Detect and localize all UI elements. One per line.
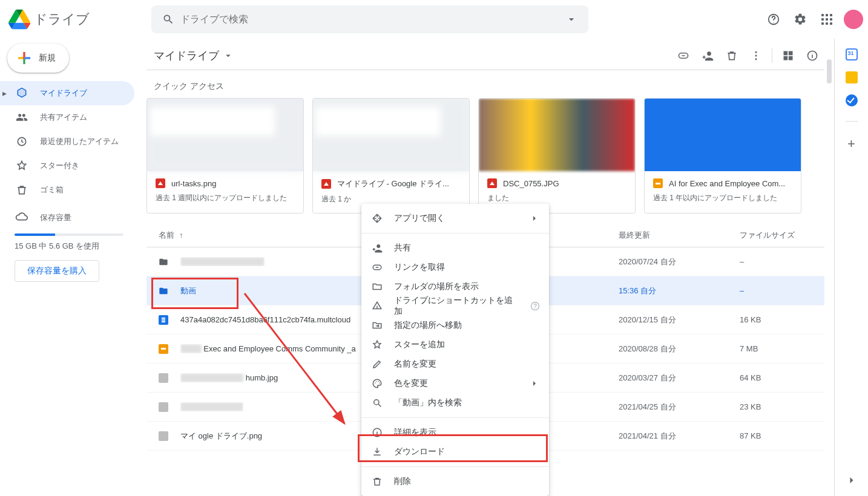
add-addon-icon[interactable]: + <box>847 136 855 152</box>
logo-area[interactable]: ドライブ <box>7 7 151 31</box>
thumbnail <box>479 99 635 171</box>
expand-icon[interactable]: ▸ <box>2 88 7 98</box>
reason-text: 過去 1 か <box>321 194 461 204</box>
info-icon <box>371 426 383 439</box>
star-icon <box>371 339 383 351</box>
svg-point-14 <box>377 431 378 431</box>
storage-bar <box>15 233 123 236</box>
ctx-share[interactable]: 共有 <box>361 238 549 258</box>
column-modified[interactable]: 最終更新 <box>619 230 740 241</box>
ctx-move-to[interactable]: 指定の場所へ移動 <box>361 316 549 335</box>
sidebar-item-label: 共有アイテム <box>40 112 87 123</box>
ctx-show-location[interactable]: フォルダの場所を表示 <box>361 277 549 296</box>
quick-access-card[interactable]: AI for Exec and Employee Com...過去 1 年以内に… <box>644 98 801 214</box>
pencil-icon <box>371 358 383 370</box>
support-icon[interactable] <box>761 7 786 31</box>
file-name: マイ ogle ドライブ.png <box>180 431 262 442</box>
settings-gear-icon[interactable] <box>788 7 812 31</box>
search-bar[interactable] <box>151 5 588 33</box>
new-button[interactable]: 新規 <box>7 44 69 73</box>
svg-point-8 <box>375 383 376 384</box>
storage-used-text: 15 GB 中 5.6 GB を使用 <box>15 241 130 252</box>
image-thumb-icon <box>159 373 168 383</box>
doc-file-icon <box>159 315 168 325</box>
svg-point-3 <box>755 51 757 53</box>
search-input[interactable] <box>180 14 559 25</box>
trash-icon <box>371 475 383 488</box>
folder-icon <box>159 257 168 267</box>
share-icon <box>371 242 383 254</box>
sidebar-item-label: ゴミ箱 <box>40 184 64 195</box>
search-icon[interactable] <box>156 7 180 31</box>
modified-cell: 2020/08/28 自分 <box>619 344 740 354</box>
size-cell: 23 KB <box>740 402 824 411</box>
trash-icon <box>15 183 29 197</box>
sidebar: 新規 ▸ マイドライブ 共有アイテム 最近使用したアイテム <box>0 39 144 496</box>
ctx-add-shortcut[interactable]: ドライブにショートカットを追加? <box>361 296 549 316</box>
file-name: url-tasks.png <box>171 179 216 188</box>
column-size[interactable]: ファイルサイズ <box>740 230 824 241</box>
sidebar-item-recent[interactable]: 最近使用したアイテム <box>0 129 134 154</box>
sidebar-item-my-drive[interactable]: ▸ マイドライブ <box>0 81 134 105</box>
open-with-icon <box>371 212 383 224</box>
share-person-icon[interactable] <box>695 44 720 68</box>
file-name: XXXX Exec and Employee Comms Community _… <box>180 344 356 353</box>
sidebar-item-trash[interactable]: ゴミ箱 <box>0 178 134 202</box>
tasks-icon[interactable] <box>846 94 858 106</box>
ctx-view-details[interactable]: 詳細を表示 <box>361 423 549 442</box>
ctx-get-link[interactable]: リンクを取得 <box>361 258 549 277</box>
separator <box>361 233 549 233</box>
modified-cell: 2021/04/21 自分 <box>619 431 740 442</box>
quick-access-card[interactable]: DSC_0755.JPGました <box>478 98 636 214</box>
delete-icon[interactable] <box>720 44 744 68</box>
quick-access-card[interactable]: マイドライブ - Google ドライ...過去 1 か <box>312 98 470 214</box>
size-cell: 16 KB <box>740 315 824 324</box>
info-icon[interactable] <box>800 44 824 68</box>
search-options-caret-icon[interactable] <box>559 7 584 31</box>
file-name: 動画 <box>180 286 196 296</box>
search-icon <box>371 397 383 409</box>
ctx-add-star[interactable]: スターを追加 <box>361 335 549 354</box>
quick-access-card[interactable]: url-tasks.png過去 1 週間以内にアップロードしました <box>146 98 304 214</box>
header: ドライブ <box>0 0 868 39</box>
thumbnail <box>147 99 303 171</box>
ctx-download[interactable]: ダウンロード <box>361 442 549 462</box>
ctx-rename[interactable]: 名前を変更 <box>361 354 549 374</box>
calendar-icon[interactable] <box>846 48 858 60</box>
sidebar-item-shared[interactable]: 共有アイテム <box>0 105 134 129</box>
breadcrumb[interactable]: マイドライブ <box>146 48 234 63</box>
ctx-open-with[interactable]: アプリで開く <box>361 209 549 228</box>
ctx-remove[interactable]: 削除 <box>361 472 549 491</box>
svg-point-5 <box>755 58 757 60</box>
google-apps-icon[interactable] <box>815 7 839 31</box>
svg-point-9 <box>376 381 377 382</box>
more-vert-icon[interactable] <box>744 44 768 68</box>
file-name: XXXXXXXXXXXXXXXX <box>180 257 265 266</box>
file-name: DSC_0755.JPG <box>503 179 559 188</box>
new-button-label: 新規 <box>39 53 56 64</box>
buy-storage-button[interactable]: 保存容量を購入 <box>15 260 99 282</box>
sidebar-item-storage[interactable]: 保存容量 <box>15 206 130 230</box>
image-file-icon <box>321 179 331 189</box>
size-cell: – <box>740 286 824 295</box>
layout-grid-icon[interactable] <box>776 44 800 68</box>
account-avatar[interactable] <box>844 10 863 29</box>
breadcrumb-text: マイドライブ <box>154 48 219 63</box>
modified-cell: 15:36 自分 <box>619 286 740 296</box>
sidebar-item-starred[interactable]: スター付き <box>0 154 134 178</box>
slides-file-icon <box>653 178 663 188</box>
keep-icon[interactable] <box>846 71 858 83</box>
collapse-panel-icon[interactable] <box>846 474 858 486</box>
separator <box>361 466 549 467</box>
file-name: AI for Exec and Employee Com... <box>669 179 785 188</box>
modified-cell: 2020/03/27 自分 <box>619 373 740 383</box>
get-link-icon[interactable] <box>671 44 695 68</box>
scroll-indicator[interactable] <box>827 59 832 83</box>
chevron-right-icon <box>530 379 539 388</box>
clock-icon <box>15 134 29 149</box>
help-icon[interactable]: ? <box>531 302 539 310</box>
ctx-search-within[interactable]: 「動画」内を検索 <box>361 393 549 413</box>
modified-cell: 2020/07/24 自分 <box>619 256 740 267</box>
ctx-change-color[interactable]: 色を変更 <box>361 374 549 393</box>
size-cell: 7 MB <box>740 344 824 353</box>
